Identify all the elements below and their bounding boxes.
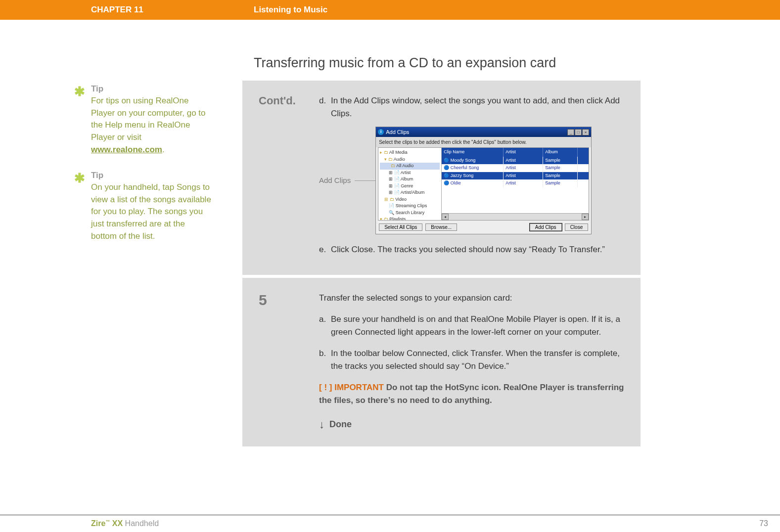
tree-node[interactable]: Artist/Album xyxy=(401,190,425,195)
step-letter: d. xyxy=(319,94,331,120)
page: CHAPTER 11 Listening to Music Transferri… xyxy=(0,0,780,532)
steps-container: Cont'd. d. In the Add Clips window, sele… xyxy=(242,81,641,446)
tip-link[interactable]: www.realone.com xyxy=(91,145,162,154)
asterisk-icon: ✱ xyxy=(74,171,85,186)
down-arrow-icon: ↓ xyxy=(319,416,324,433)
list-row[interactable]: 🔵 Jazzy Song Artist Sample xyxy=(442,172,589,180)
callout-line xyxy=(355,180,375,181)
close-icon[interactable]: × xyxy=(582,129,589,135)
tree-node[interactable]: All Media xyxy=(389,150,408,155)
add-clips-button[interactable]: Add Clips xyxy=(530,223,562,231)
segment-contd: Cont'd. d. In the Add Clips window, sele… xyxy=(242,81,641,275)
tip-title: Tip xyxy=(91,171,213,180)
tree-node[interactable]: Streaming Clips xyxy=(396,203,427,208)
step-text: Click Close. The tracks you selected sho… xyxy=(331,243,629,256)
step-b: b. In the toolbar below Connected, click… xyxy=(319,347,629,372)
step-text: Be sure your handheld is on and that Rea… xyxy=(331,313,629,338)
list-header: Clip Name Artist Album xyxy=(442,148,589,157)
add-clips-window: i Add Clips _ □ × Select the clips to be… xyxy=(375,127,592,234)
clip-list[interactable]: Clip Name Artist Album 🔵 Moody Song Arti… xyxy=(442,148,589,220)
important-callout: [ ! ] IMPORTANT Do not tap the HotSync i… xyxy=(319,381,629,406)
tip-body: On your handheld, tap Songs to view a li… xyxy=(91,181,213,242)
tip-text-tail: . xyxy=(162,145,165,154)
footer: Zire™ XX Handheld 73 xyxy=(0,514,780,532)
segment-5: 5 Transfer the selected songs to your ex… xyxy=(242,275,641,447)
tree-node[interactable]: Search Library xyxy=(396,210,425,215)
step-text: In the toolbar below Connected, click Tr… xyxy=(331,347,629,372)
tree-node[interactable]: Genre xyxy=(401,183,413,188)
tips-column: ✱ Tip For tips on using RealOne Player o… xyxy=(74,84,213,257)
brand-model: XX xyxy=(110,519,123,528)
list-row[interactable]: 🔵 Oldie Artist Sample xyxy=(442,179,589,187)
footer-brand: Zire™ XX Handheld xyxy=(91,519,159,528)
brand-name: Zire xyxy=(91,519,105,528)
list-row[interactable]: 🔵 Cheerful Song Artist Sample xyxy=(442,164,589,172)
segment-body: d. In the Add Clips window, select the s… xyxy=(319,81,641,275)
step-text: In the Add Clips window, select the song… xyxy=(331,94,629,120)
step-letter: b. xyxy=(319,347,331,372)
step-letter: a. xyxy=(319,313,331,338)
col-header[interactable]: Clip Name xyxy=(442,148,504,157)
window-instruction: Select the clips to be added then click … xyxy=(376,137,591,147)
tree-node[interactable]: Artist xyxy=(401,170,411,175)
segment-body: Transfer the selected songs to your expa… xyxy=(319,278,641,447)
done-label: Done xyxy=(329,418,352,431)
info-icon: i xyxy=(378,129,384,135)
tip-title: Tip xyxy=(91,84,213,94)
top-bar: CHAPTER 11 Listening to Music xyxy=(0,0,780,20)
step-intro: Transfer the selected songs to your expa… xyxy=(319,292,629,305)
tip-text: For tips on using RealOne Player on your… xyxy=(91,96,206,142)
tree-node[interactable]: All Audio xyxy=(396,163,413,168)
horizontal-scrollbar[interactable]: ◂▸ xyxy=(442,213,589,220)
window-title: Add Clips xyxy=(386,128,409,136)
tip-body: For tips on using RealOne Player on your… xyxy=(91,95,213,156)
asterisk-icon: ✱ xyxy=(74,84,85,99)
callout-label: Add Clips xyxy=(319,175,351,186)
segment-label: Cont'd. xyxy=(242,81,319,275)
brand-tail: Handheld xyxy=(123,519,159,528)
media-tree[interactable]: ▸ 🗀 All Media ▾ 🗀 Audio 🗀 All Audio ⊞ 📄 … xyxy=(378,148,442,220)
segment-number: 5 xyxy=(242,278,319,447)
done-row: ↓ Done xyxy=(319,416,629,433)
scroll-left-icon[interactable]: ◂ xyxy=(442,214,449,220)
scroll-right-icon[interactable]: ▸ xyxy=(582,214,589,220)
list-row[interactable]: 🔵 Moody Song Artist Sample xyxy=(442,157,589,165)
trademark-icon: ™ xyxy=(105,519,110,524)
step-d: d. In the Add Clips window, select the s… xyxy=(319,94,629,120)
col-header[interactable]: Album xyxy=(543,148,578,157)
close-button[interactable]: Close xyxy=(565,223,589,231)
tree-node[interactable]: Video xyxy=(395,197,407,202)
step-a: a. Be sure your handheld is on and that … xyxy=(319,313,629,338)
window-titlebar: i Add Clips _ □ × xyxy=(376,127,591,137)
minimize-icon[interactable]: _ xyxy=(567,129,574,135)
window-main: ▸ 🗀 All Media ▾ 🗀 Audio 🗀 All Audio ⊞ 📄 … xyxy=(378,147,589,221)
step-letter: e. xyxy=(319,243,331,256)
tip-item: ✱ Tip For tips on using RealOne Player o… xyxy=(74,84,213,156)
select-all-button[interactable]: Select All Clips xyxy=(379,223,422,231)
browse-button[interactable]: Browse... xyxy=(425,223,457,231)
tree-node[interactable]: Audio xyxy=(394,157,405,162)
window-button-bar: Select All Clips Browse... Add Clips Clo… xyxy=(376,221,591,234)
chapter-title: Listening to Music xyxy=(254,5,327,15)
step-e: e. Click Close. The tracks you selected … xyxy=(319,243,629,256)
important-prefix: [ ! ] IMPORTANT xyxy=(319,383,384,392)
maximize-icon[interactable]: □ xyxy=(575,129,582,135)
page-number: 73 xyxy=(759,519,768,528)
screenshot-wrap: Add Clips i Add Clips _ □ xyxy=(319,127,629,234)
chapter-label: CHAPTER 11 xyxy=(91,5,143,15)
tree-node[interactable]: Album xyxy=(401,177,413,181)
col-header[interactable]: Artist xyxy=(504,148,543,157)
tree-node[interactable]: Playlists xyxy=(389,217,406,220)
tip-item: ✱ Tip On your handheld, tap Songs to vie… xyxy=(74,171,213,242)
section-heading: Transferring music from a CD to an expan… xyxy=(254,55,556,71)
